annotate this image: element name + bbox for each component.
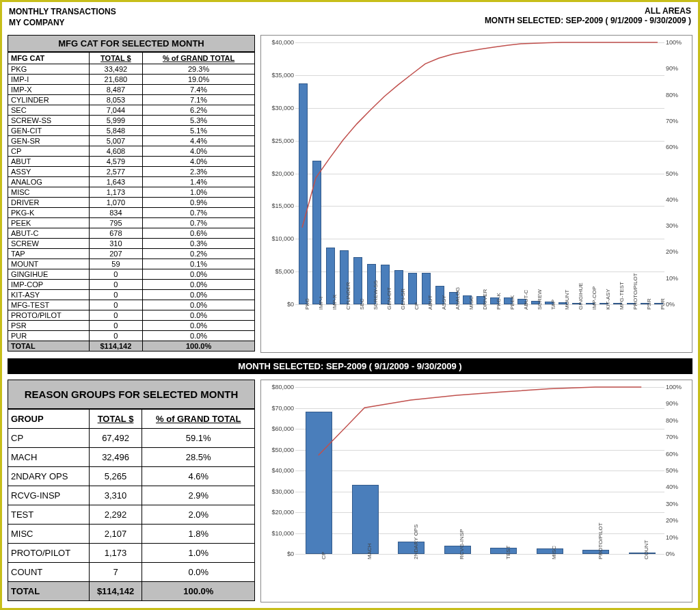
table-row: MISC1,1731.0%: [8, 187, 255, 198]
total-row: TOTAL$114,142100.0%: [8, 582, 255, 601]
cell: KIT-ASY: [8, 290, 90, 300]
cell: 4,579: [89, 157, 143, 167]
cell: 4.4%: [143, 136, 255, 146]
cumulative-line: [319, 387, 642, 455]
table-row: MACH32,49628.5%: [8, 448, 255, 467]
y-right-tick: 30%: [664, 501, 678, 507]
y-right-tick: 10%: [664, 534, 678, 541]
cell: CP: [8, 429, 90, 448]
y-left-tick: $20,000: [271, 509, 295, 516]
cell: 678: [89, 228, 143, 239]
y-left-tick: $50,000: [271, 447, 295, 453]
table-row: GINGIHUE00.0%: [8, 269, 255, 280]
cell: SCREW: [8, 239, 90, 249]
cell: 7,044: [89, 105, 143, 116]
y-right-tick: 80%: [664, 92, 678, 98]
cell: 5,007: [89, 136, 143, 146]
y-right-tick: 100%: [664, 384, 682, 390]
table-row: PEEK7950.7%: [8, 218, 255, 228]
mfg-cat-caption: MFG CAT FOR SELECTED MONTH: [8, 35, 255, 52]
y-left-tick: $20,000: [271, 170, 295, 177]
cell: 0.0%: [142, 563, 255, 582]
cell: 3,310: [89, 486, 142, 505]
cell: GEN-SR: [8, 136, 90, 146]
y-right-tick: 60%: [664, 144, 678, 150]
cell: 4.0%: [143, 157, 255, 167]
cell: PSR: [8, 321, 90, 331]
cell: 28.5%: [142, 448, 255, 467]
cell: 0.0%: [143, 331, 255, 341]
cell: CP: [8, 146, 90, 157]
table-row: SCREW3100.3%: [8, 239, 255, 249]
cell: 7: [89, 563, 142, 582]
cell: 2NDARY OPS: [8, 467, 90, 486]
col-pct2: % of GRAND TOTAL: [142, 410, 255, 429]
total-cell: $114,142: [89, 582, 142, 601]
reason-caption: REASON GROUPS FOR SELECTED MONTH: [8, 380, 255, 409]
cell: 5.1%: [143, 126, 255, 136]
cell: 1.0%: [143, 187, 255, 198]
cell: 0: [89, 300, 143, 310]
y-left-tick: $40,000: [271, 467, 295, 474]
col-total: TOTAL $: [89, 53, 143, 64]
cell: TEST: [8, 505, 90, 525]
cell: 0: [89, 310, 143, 321]
cell: MOUNT: [8, 259, 90, 269]
table-row: PROTO/PILOT00.0%: [8, 310, 255, 321]
table-row: GEN-CIT5,8485.1%: [8, 126, 255, 136]
cell: 59: [89, 259, 143, 269]
cell: ASSY: [8, 167, 90, 177]
cell: 1.8%: [142, 525, 255, 544]
cell: 19.0%: [143, 75, 255, 85]
col-mfgcat: MFG CAT: [8, 53, 90, 64]
y-right-tick: 0%: [664, 301, 675, 308]
cell: IMP-X: [8, 85, 90, 95]
cell: 1.4%: [143, 177, 255, 187]
col-pct: % of GRAND TOTAL: [143, 53, 255, 64]
table-row: 2NDARY OPS5,2654.6%: [8, 467, 255, 486]
cell: PEEK: [8, 218, 90, 228]
table-row: IMP-X8,4877.4%: [8, 85, 255, 95]
cell: 310: [89, 239, 143, 249]
cell: 0: [89, 280, 143, 290]
cell: PKG-K: [8, 208, 90, 218]
cell: COUNT: [8, 563, 90, 582]
cell: 4,608: [89, 146, 143, 157]
cell: MISC: [8, 187, 90, 198]
table-row: GEN-SR5,0074.4%: [8, 136, 255, 146]
y-left-tick: $5,000: [275, 268, 295, 275]
table-row: MOUNT590.1%: [8, 259, 255, 269]
table-row: PSR00.0%: [8, 321, 255, 331]
cell: 0.7%: [143, 218, 255, 228]
cell: ABUT-C: [8, 228, 90, 239]
cell: RCVG-INSP: [8, 486, 90, 505]
cell: 33,492: [89, 64, 143, 75]
table-row: IMP-I21,68019.0%: [8, 75, 255, 85]
y-right-tick: 20%: [664, 248, 678, 255]
cell: 0.6%: [143, 228, 255, 239]
cell: 5,848: [89, 126, 143, 136]
cell: 0.1%: [143, 259, 255, 269]
table-row: COUNT70.0%: [8, 563, 255, 582]
cell: 5,265: [89, 467, 142, 486]
cell: 795: [89, 218, 143, 228]
cell: CYLINDER: [8, 95, 90, 105]
cell: 0.2%: [143, 249, 255, 259]
cell: 0.0%: [143, 280, 255, 290]
total-row: TOTAL$114,142100.0%: [8, 341, 255, 352]
table-row: TAP2070.2%: [8, 249, 255, 259]
y-right-tick: 70%: [664, 434, 678, 440]
cell: 0.0%: [143, 290, 255, 300]
cell: 2.0%: [142, 505, 255, 525]
y-left-tick: $10,000: [271, 530, 295, 537]
table-row: PUR00.0%: [8, 331, 255, 341]
y-right-tick: 50%: [664, 467, 678, 474]
cell: 7.4%: [143, 85, 255, 95]
cell: 0.0%: [143, 321, 255, 331]
cell: IMP-I: [8, 75, 90, 85]
cell: 0: [89, 269, 143, 280]
table-row: TEST2,2922.0%: [8, 505, 255, 525]
cell: IMP-COP: [8, 280, 90, 290]
mfg-cat-table-wrap: MFG CAT FOR SELECTED MONTH MFG CAT TOTAL…: [8, 35, 255, 353]
cell: 59.1%: [142, 429, 255, 448]
